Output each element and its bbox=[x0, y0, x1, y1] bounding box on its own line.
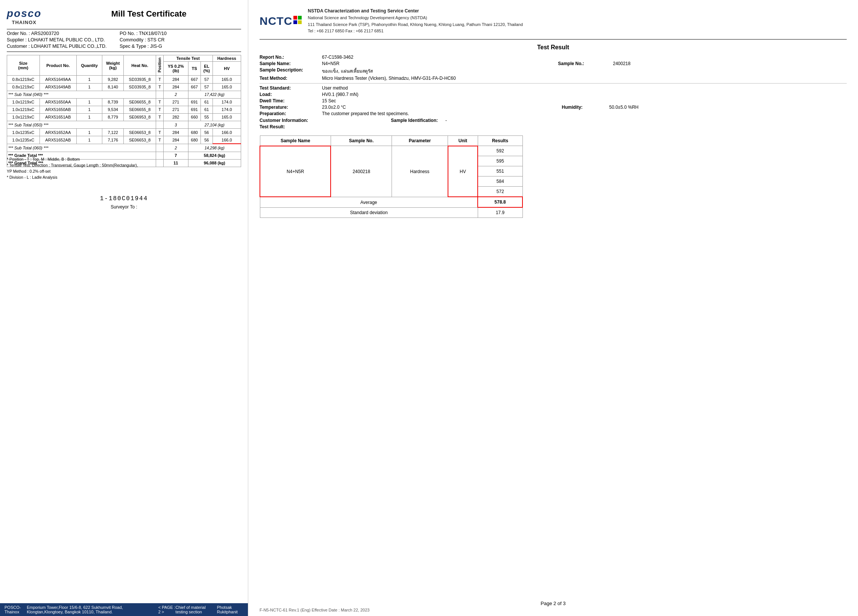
posco-logo: posco THAINOX bbox=[7, 8, 41, 25]
prep-label: Preparation: bbox=[260, 111, 320, 116]
footer-name: Photsak Rukitphanit bbox=[217, 605, 243, 614]
col-results: Results bbox=[478, 135, 522, 146]
table-row: 1.0x1219xC ARX51650AB 1 9,534 SE06655_8 … bbox=[7, 106, 241, 113]
sq-red bbox=[294, 16, 297, 20]
spacer1 bbox=[558, 54, 611, 60]
sp1 bbox=[562, 86, 607, 91]
table-row: 1.0x1219xC ARX51650AA 1 8,739 SE06655_8 … bbox=[7, 98, 241, 106]
org-address: 111 Thailand Science Park (TSP), Phahony… bbox=[308, 22, 523, 28]
sp5 bbox=[562, 98, 607, 103]
result-val-1: 592 bbox=[478, 146, 522, 156]
subtotal-row: *** Sub Total (060) ***214,298 (kg) bbox=[7, 144, 241, 152]
sample-desc-value: ของแข็ง, แผ่นสเหี้ยมสตูรัส bbox=[322, 67, 556, 75]
load-label: Load: bbox=[260, 92, 320, 97]
sp6 bbox=[609, 98, 847, 103]
result-parameter: Hardness bbox=[392, 146, 448, 197]
temp-value: 23.0±2.0 °C bbox=[322, 104, 560, 110]
nctc-text: NCTC bbox=[260, 15, 292, 28]
sample-name-label: Sample Name: bbox=[260, 61, 320, 66]
posco-brand: posco bbox=[7, 8, 41, 20]
footer-bar: POSCO-Thainox Emporium Tower,Floor 15/6-… bbox=[0, 603, 248, 616]
load-value: HV0.1 (980.7 mN) bbox=[322, 92, 560, 97]
result-unit: HV bbox=[448, 146, 478, 197]
page-number: Page 2 of 3 bbox=[260, 600, 847, 606]
col-sample-no: Sample No. bbox=[331, 135, 392, 146]
commodity: Commodity : STS CR bbox=[120, 37, 241, 42]
org-name: NSTDA Characterization and Testing Servi… bbox=[308, 8, 523, 15]
po-no: PO No. : TNX18/07/10 bbox=[120, 31, 241, 36]
mill-cert-title: Mill Test Certificate bbox=[56, 8, 241, 19]
nctc-squares bbox=[294, 16, 302, 24]
test-result-title: Test Result bbox=[260, 44, 847, 51]
divider-2 bbox=[7, 51, 241, 52]
spec: Spec & Type : JIS-G bbox=[120, 44, 241, 49]
nctc-header: NCTC NSTDA Characterization and Testing … bbox=[260, 8, 847, 34]
humidity-label: Humidity: bbox=[562, 104, 607, 110]
footnote-item: * Tensile Test. Direction : Transversal,… bbox=[7, 163, 241, 169]
thainox-label: THAINOX bbox=[7, 20, 41, 25]
th-el: EL(%) bbox=[201, 62, 213, 76]
result-sample-no: 2400218 bbox=[331, 146, 392, 197]
test-method-value: Micro Hardness Tester (Vickers), Shimadz… bbox=[322, 76, 847, 81]
temp-label: Temperature: bbox=[260, 104, 320, 110]
average-label: Average bbox=[260, 197, 478, 207]
footnotes: * Position - T : Top, M : Middle, B : Bo… bbox=[7, 157, 241, 180]
humidity-value: 50.0±5.0 %RH bbox=[609, 104, 847, 110]
customer-info-label: Customer Information: bbox=[260, 118, 308, 123]
surveyor-label: Surveyor To : bbox=[7, 204, 241, 210]
position-label: Position bbox=[157, 56, 162, 74]
spacer2 bbox=[613, 54, 847, 60]
table-row: 1.0x1219xC ARX51651AB 1 8,779 SE06953_8 … bbox=[7, 113, 241, 121]
report-no-label: Report No.: bbox=[260, 54, 320, 60]
report-no-value: 67-C1598-3462 bbox=[322, 54, 556, 60]
sample-name-value: N4+N5R bbox=[322, 61, 556, 66]
form-ref: F-N5-NCTC-61 Rev.1 (Eng) Effective Date … bbox=[260, 608, 847, 612]
dwell-label: Dwell Time: bbox=[260, 98, 320, 103]
sq-blue bbox=[294, 20, 297, 24]
col-sample-name: Sample Name bbox=[260, 135, 331, 146]
th-quantity: Quantity bbox=[77, 55, 102, 76]
org-full: National Science and Technology Developm… bbox=[308, 15, 523, 22]
nctc-info: NSTDA Characterization and Testing Servi… bbox=[308, 8, 523, 34]
right-divider-1 bbox=[260, 39, 847, 39]
sample-id-label: Sample Identification: bbox=[391, 118, 438, 123]
sample-desc-label: Sample Description: bbox=[260, 67, 320, 75]
std-label: Standard deviation bbox=[260, 207, 478, 218]
test-method-label: Test Method: bbox=[260, 76, 320, 81]
subtotal-row: *** Sub Total (040) ***217,422 (kg) bbox=[7, 91, 241, 98]
th-ts: TS bbox=[188, 62, 201, 76]
left-header: posco THAINOX Mill Test Certificate bbox=[7, 8, 241, 25]
th-ys: YS 0.2%(lb) bbox=[164, 62, 188, 76]
nctc-logo: NCTC bbox=[260, 15, 302, 28]
th-hardness: Hardness bbox=[213, 55, 241, 62]
th-product: Product No. bbox=[39, 55, 77, 76]
sample-id-value: - bbox=[445, 118, 447, 123]
col-parameter: Parameter bbox=[392, 135, 448, 146]
test-std-label: Test Standard: bbox=[260, 86, 320, 91]
spacer3 bbox=[558, 67, 611, 75]
std-value: 17.9 bbox=[478, 207, 522, 218]
table-row: 0.8x1219xC ARX51649AA 1 9,282 SD33935_8 … bbox=[7, 76, 241, 83]
sample-no-value: 2400218 bbox=[613, 61, 847, 66]
result-val-4: 584 bbox=[478, 176, 522, 187]
customer-row: Customer : LOHAKIT METAL PUBLIC CO.,LTD.… bbox=[7, 44, 241, 49]
sample-no-label: Sample No.: bbox=[558, 61, 611, 66]
th-position: Position bbox=[156, 55, 164, 76]
table-row: 1.0x1235xC ARX51652AB 1 7,176 SE06653_8 … bbox=[7, 136, 241, 144]
signature-area: 1-180C01944 Surveyor To : bbox=[7, 195, 241, 210]
col-unit: Unit bbox=[448, 135, 478, 146]
average-value: 578.8 bbox=[478, 197, 522, 207]
divider-1 bbox=[7, 29, 241, 30]
footnote-item: * Division - L : Ladle Analysis bbox=[7, 174, 241, 180]
th-weight: Weight(kg) bbox=[102, 55, 124, 76]
supplier: Supplier : LOHAKIT METAL PUBLIC CO., LTD… bbox=[7, 37, 120, 42]
th-heat: Heat No. bbox=[124, 55, 156, 76]
subtotal-row: *** Sub Total (050) ***327,104 (kg) bbox=[7, 121, 241, 129]
order-row: Order No. : ARS2003720 PO No. : TNX18/07… bbox=[7, 31, 241, 36]
average-row: Average 578.8 bbox=[260, 197, 522, 207]
dwell-value: 15 Sec bbox=[322, 98, 560, 103]
spacer4 bbox=[613, 67, 847, 75]
sq-green bbox=[298, 16, 302, 20]
order-no: Order No. : ARS2003720 bbox=[7, 31, 120, 36]
signature-text: 1-180C01944 bbox=[7, 195, 241, 202]
